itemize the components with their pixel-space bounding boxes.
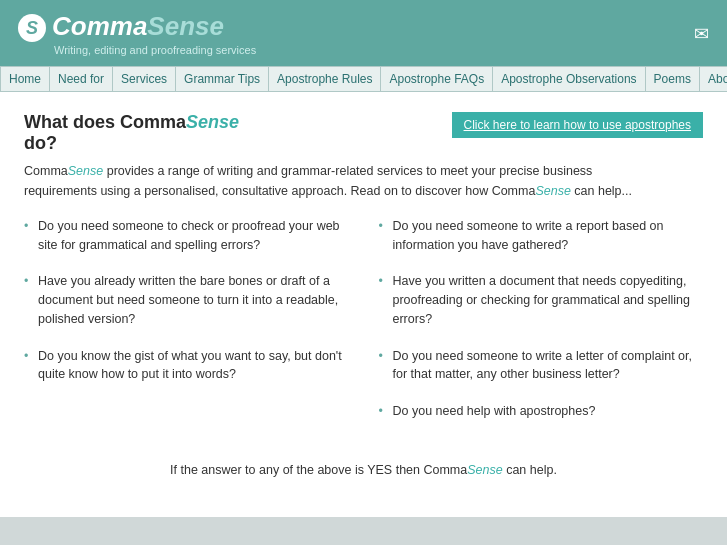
intro-body: provides a range of writing and grammar-… (24, 164, 592, 197)
list-item: Do you need someone to write a report ba… (379, 217, 704, 255)
main-content: Click here to learn how to use apostroph… (0, 92, 727, 517)
logo-area: SCommaSense Writing, editing and proofre… (18, 12, 256, 56)
right-column: Do you need someone to write a report ba… (379, 217, 704, 439)
content-columns: Do you need someone to check or proofrea… (24, 217, 703, 439)
logo-sense-text: Sense (147, 11, 224, 41)
nav-item-about[interactable]: About (700, 67, 727, 91)
footer-sense: Sense (467, 463, 502, 477)
intro-sense: Sense (68, 164, 103, 178)
title-suffix: do? (24, 133, 57, 153)
footer-prefix: If the answer to any of the above is YES… (170, 463, 467, 477)
list-item: Do you need someone to check or proofrea… (24, 217, 349, 255)
left-list: Do you need someone to check or proofrea… (24, 217, 349, 384)
list-item: Do you know the gist of what you want to… (24, 347, 349, 385)
intro-suffix: can help... (571, 184, 632, 198)
list-item: Do you need someone to write a letter of… (379, 347, 704, 385)
list-item: Have you written a document that needs c… (379, 272, 704, 328)
list-item: Have you already written the bare bones … (24, 272, 349, 328)
logo-s-icon: S (18, 14, 46, 42)
left-column: Do you need someone to check or proofrea… (24, 217, 349, 439)
footer-suffix: can help. (503, 463, 557, 477)
cta-banner[interactable]: Click here to learn how to use apostroph… (452, 112, 703, 138)
nav-item-apostrophe-rules[interactable]: Apostrophe Rules (269, 67, 381, 91)
email-icon[interactable]: ✉ (694, 23, 709, 45)
nav-item-services[interactable]: Services (113, 67, 176, 91)
header: SCommaSense Writing, editing and proofre… (0, 0, 727, 66)
title-sense: Sense (186, 112, 239, 132)
list-item: Do you need help with apostrophes? (379, 402, 704, 421)
intro-sense2: Sense (535, 184, 570, 198)
intro-comma: Comma (24, 164, 68, 178)
footer-text: If the answer to any of the above is YES… (24, 463, 703, 497)
logo-subtitle: Writing, editing and proofreading servic… (54, 44, 256, 56)
nav-item-home[interactable]: Home (0, 67, 50, 91)
nav-item-need-for[interactable]: Need for (50, 67, 113, 91)
title-prefix: What does Comma (24, 112, 186, 132)
nav-item-grammar-tips[interactable]: Grammar Tips (176, 67, 269, 91)
nav: HomeNeed forServicesGrammar TipsApostrop… (0, 66, 727, 92)
intro-text: CommaSense provides a range of writing a… (24, 162, 644, 201)
logo-comma-text: Comma (52, 11, 147, 41)
nav-item-poems[interactable]: Poems (646, 67, 700, 91)
nav-item-apostrophe-observations[interactable]: Apostrophe Observations (493, 67, 645, 91)
nav-item-apostrophe-faqs[interactable]: Apostrophe FAQs (381, 67, 493, 91)
logo-title: SCommaSense (18, 12, 256, 42)
right-list: Do you need someone to write a report ba… (379, 217, 704, 421)
